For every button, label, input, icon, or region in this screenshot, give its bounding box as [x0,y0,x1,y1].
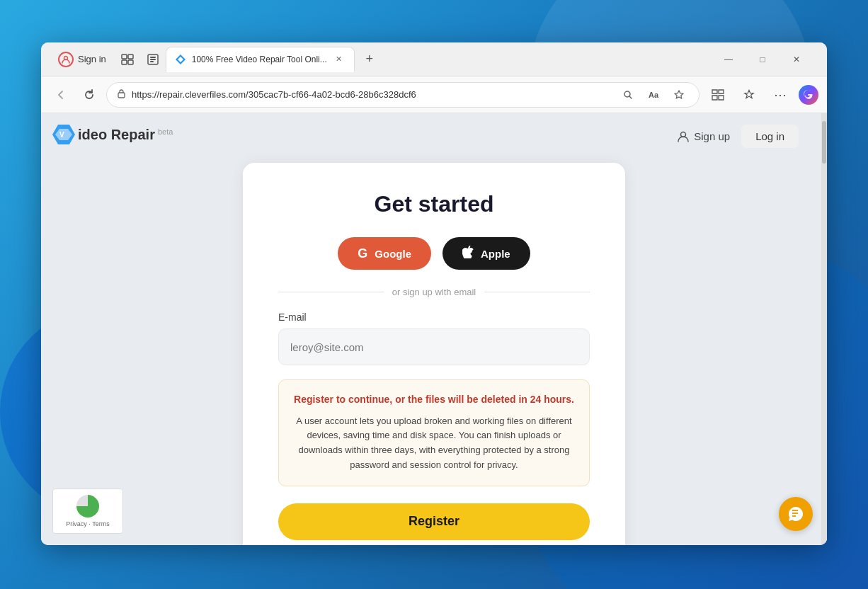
tab-close-btn[interactable]: ✕ [333,53,346,66]
svg-point-12 [624,91,630,97]
google-signin-btn[interactable]: G Google [338,237,431,270]
active-tab[interactable]: 100% Free Video Repair Tool Onli... ✕ [166,47,355,72]
tab-strip: 100% Free Video Repair Tool Onli... ✕ + [166,47,712,72]
window-controls: — □ ✕ [712,48,813,71]
new-tab-btn[interactable]: + [358,47,382,72]
more-tools-btn[interactable]: ⋯ [767,82,793,108]
chat-btn[interactable] [779,497,813,531]
svg-rect-3 [122,60,127,64]
logo-beta: beta [158,127,173,136]
svg-rect-6 [150,57,156,58]
signin-user-icon [58,52,74,67]
warning-box: Register to continue, or the files will … [278,379,590,486]
favorites-bar-btn[interactable] [736,82,762,108]
collections-btn[interactable] [705,82,731,108]
divider: or sign up with email [278,287,590,297]
svg-rect-2 [128,55,133,59]
chat-icon [787,505,804,522]
url-text: https://repair.cleverfiles.com/305cac7b-… [132,89,612,100]
close-btn[interactable]: ✕ [780,48,813,71]
svg-rect-8 [150,61,154,62]
tab-title: 100% Free Video Repair Tool Onli... [192,55,327,64]
signin-label: Sign in [78,54,106,64]
apple-signin-btn[interactable]: Apple [442,237,530,270]
user-icon [677,130,690,143]
email-label: E-mail [278,311,590,323]
search-icon-btn[interactable] [618,85,638,105]
warning-text: A user account lets you upload broken an… [293,414,575,473]
social-buttons: G Google Apple [278,237,590,270]
apple-icon [462,246,474,261]
warning-title: Register to continue, or the files will … [293,393,575,407]
divider-line-right [484,292,590,292]
apple-btn-label: Apple [481,248,510,260]
page-content: V ideo Repair beta Sign up Log in Get st… [41,113,827,545]
signin-button[interactable]: Sign in [50,47,115,72]
refresh-btn[interactable] [78,84,101,106]
read-aloud-btn[interactable]: Aa [644,85,663,105]
register-btn[interactable]: Register [278,503,590,540]
browser-window: Sign in [41,42,827,545]
svg-text:V: V [59,131,64,139]
divider-line-left [278,292,384,292]
scrollbar[interactable] [821,113,827,545]
divider-text: or sign up with email [392,287,476,297]
svg-rect-4 [128,60,133,64]
svg-rect-1 [122,55,127,59]
google-btn-label: Google [375,248,411,260]
email-input[interactable] [278,328,590,365]
logo-area: V ideo Repair beta [52,125,173,144]
tab-collections-btn[interactable] [115,47,140,72]
edge-profile-icon[interactable] [799,85,818,105]
signup-label: Sign up [694,130,730,142]
recaptcha-icon [76,495,99,517]
svg-rect-11 [118,93,125,98]
minimize-btn[interactable]: — [712,48,745,71]
svg-rect-7 [150,59,156,60]
nav-area: Sign up Log in [677,125,799,148]
signup-card: Get started G Google A [243,163,625,545]
logo-text: ideo Repair [78,127,155,143]
recaptcha-badge: Privacy · Terms [52,488,123,534]
tab-favicon [175,54,186,65]
maximize-btn[interactable]: □ [746,48,779,71]
title-bar: Sign in [41,42,827,76]
url-bar[interactable]: https://repair.cleverfiles.com/305cac7b-… [106,82,699,108]
login-btn[interactable]: Log in [741,125,799,148]
google-icon: G [358,246,367,261]
address-bar: https://repair.cleverfiles.com/305cac7b-… [41,76,827,113]
signup-nav-btn[interactable]: Sign up [677,130,730,143]
lock-icon [117,88,126,101]
tab-workspaces-btn[interactable] [140,47,166,72]
back-btn[interactable] [50,84,72,106]
signup-card-wrapper: Get started G Google A [243,163,625,545]
recaptcha-label: Privacy · Terms [66,520,109,527]
logo-icon: V [52,125,75,144]
card-title: Get started [278,191,590,217]
favorite-btn[interactable] [669,85,689,105]
scrollbar-thumb[interactable] [822,121,826,164]
